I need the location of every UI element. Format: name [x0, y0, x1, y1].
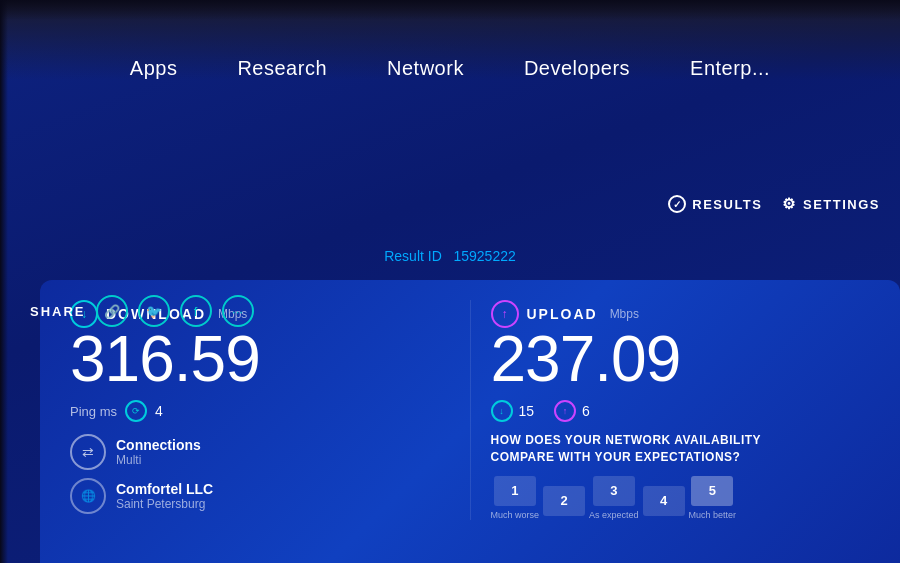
result-id-value[interactable]: 15925222	[453, 248, 515, 264]
upload-title: UPLOAD	[527, 306, 598, 322]
jitter-down-icon: ↓	[491, 400, 513, 422]
ping-icon: ⟳	[125, 400, 147, 422]
scale-box-2[interactable]: 2	[543, 486, 585, 516]
survey-scale: 1 Much worse 2 3 As expected 4	[491, 476, 871, 520]
gear-icon: ⚙	[782, 195, 797, 213]
share-facebook-icon[interactable]: f	[180, 295, 212, 327]
survey-section: HOW DOES YOUR NETWORK AVAILABILITYCOMPAR…	[491, 432, 871, 520]
share-label: SHARE	[30, 304, 86, 319]
nav-item-research[interactable]: Research	[237, 57, 327, 80]
scale-item-1: 1 Much worse	[491, 476, 540, 520]
toolbar: ✓ RESULTS ⚙ SETTINGS	[668, 195, 880, 213]
upload-value: 237.09	[491, 324, 871, 394]
isp-info: Comfortel LLC Saint Petersburg	[116, 481, 213, 511]
scale-item-2: 2	[543, 486, 585, 520]
nav-item-apps[interactable]: Apps	[130, 57, 178, 80]
jitter-up-item: ↑ 6	[554, 400, 590, 422]
isp-row: 🌐 Comfortel LLC Saint Petersburg	[70, 478, 450, 514]
settings-label: SETTINGS	[803, 197, 880, 212]
ping-row: Ping ms ⟳ 4	[70, 400, 450, 422]
nav-item-developers[interactable]: Developers	[524, 57, 630, 80]
survey-title: HOW DOES YOUR NETWORK AVAILABILITYCOMPAR…	[491, 432, 871, 466]
connections-label: Connections	[116, 437, 201, 453]
scale-item-3: 3 As expected	[589, 476, 639, 520]
bevel-top	[0, 0, 900, 20]
isp-location: Saint Petersburg	[116, 497, 213, 511]
nav-item-enterprise[interactable]: Enterp...	[690, 57, 770, 80]
isp-name: Comfortel LLC	[116, 481, 213, 497]
share-row: SHARE 🔗 🐦 f ···	[30, 295, 254, 327]
scale-item-4: 4	[643, 486, 685, 520]
scale-box-4[interactable]: 4	[643, 486, 685, 516]
download-value: 316.59	[70, 324, 450, 394]
scale-label-3: As expected	[589, 510, 639, 520]
settings-button[interactable]: ⚙ SETTINGS	[782, 195, 880, 213]
connections-icon: ⇄	[70, 434, 106, 470]
scale-box-1[interactable]: 1	[494, 476, 536, 506]
result-id-label: Result ID	[384, 248, 442, 264]
jitter-up-value: 6	[582, 403, 590, 419]
download-section: ↓ DOWNLOAD Mbps 316.59 Ping ms ⟳ 4 ⇄ Con…	[70, 300, 470, 520]
upload-section: ↑ UPLOAD Mbps 237.09 ↓ 15 ↑ 6 HOW DOES Y…	[470, 300, 871, 520]
connections-value: Multi	[116, 453, 201, 467]
jitter-up-icon: ↑	[554, 400, 576, 422]
isp-icon: 🌐	[70, 478, 106, 514]
share-more-icon[interactable]: ···	[222, 295, 254, 327]
bevel-left	[0, 0, 8, 563]
metrics-row: ↓ DOWNLOAD Mbps 316.59 Ping ms ⟳ 4 ⇄ Con…	[70, 300, 870, 520]
scale-box-5[interactable]: 5	[691, 476, 733, 506]
scale-label-5: Much better	[689, 510, 737, 520]
results-icon: ✓	[668, 195, 686, 213]
ping-value: 4	[155, 403, 163, 419]
share-link-icon[interactable]: 🔗	[96, 295, 128, 327]
results-label: RESULTS	[692, 197, 762, 212]
scale-item-5: 5 Much better	[689, 476, 737, 520]
results-button[interactable]: ✓ RESULTS	[668, 195, 762, 213]
nav-item-network[interactable]: Network	[387, 57, 464, 80]
connections-info: Connections Multi	[116, 437, 201, 467]
jitter-down-item: ↓ 15	[491, 400, 535, 422]
connections-row: ⇄ Connections Multi	[70, 434, 450, 470]
ping-label: Ping ms	[70, 404, 117, 419]
scale-box-3[interactable]: 3	[593, 476, 635, 506]
jitter-row: ↓ 15 ↑ 6	[491, 400, 871, 422]
scale-label-1: Much worse	[491, 510, 540, 520]
upload-unit: Mbps	[610, 307, 639, 321]
result-id-bar: Result ID 15925222	[384, 248, 516, 264]
share-twitter-icon[interactable]: 🐦	[138, 295, 170, 327]
jitter-down-value: 15	[519, 403, 535, 419]
